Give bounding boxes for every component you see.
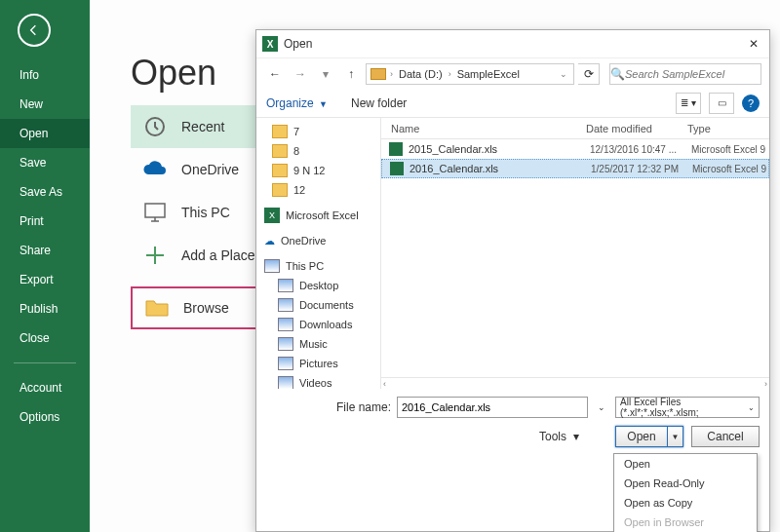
backstage-item-publish[interactable]: Publish	[0, 294, 90, 323]
open-option-label: This PC	[181, 205, 230, 220]
open-option-label: Recent	[181, 119, 224, 134]
back-arrow-icon	[26, 22, 42, 38]
backstage-item-new[interactable]: New	[0, 90, 90, 119]
chevron-right-icon: ›	[388, 69, 395, 79]
backstage-item-save-as[interactable]: Save As	[0, 177, 90, 207]
open-button[interactable]: Open	[615, 426, 668, 447]
browse-icon	[144, 295, 170, 321]
file-row[interactable]: 2015_Calendar.xls12/13/2016 10:47 ...Mic…	[381, 139, 769, 159]
tree-folder[interactable]: 12	[256, 180, 380, 200]
dialog-search-input[interactable]	[625, 68, 760, 80]
dialog-close-button[interactable]: ✕	[744, 37, 763, 51]
breadcrumb-segment[interactable]: Data (D:)	[397, 68, 445, 80]
backstage-item-share[interactable]: Share	[0, 236, 90, 265]
chevron-down-icon: ⌄	[748, 403, 755, 412]
open-menu-item-open-read-only[interactable]: Open Read-Only	[614, 474, 757, 493]
open-option-label: OneDrive	[181, 162, 239, 177]
file-name-label: File name:	[266, 400, 391, 414]
tree-child-documents[interactable]: Documents	[256, 295, 380, 315]
help-button[interactable]: ?	[742, 95, 760, 112]
library-icon	[278, 318, 293, 331]
search-icon: 🔍	[610, 67, 625, 81]
library-icon	[278, 279, 293, 292]
back-button[interactable]	[18, 14, 51, 47]
library-icon	[278, 376, 293, 389]
nav-forward-button[interactable]: →	[290, 63, 311, 85]
add-a-place-icon	[142, 243, 168, 268]
excel-icon: X	[264, 208, 280, 223]
tree-child-desktop[interactable]: Desktop	[256, 276, 380, 295]
dialog-titlebar: X Open ✕	[256, 30, 769, 57]
backstage-sidebar: InfoNewOpenSaveSave AsPrintShareExportPu…	[0, 0, 90, 532]
tree-child-videos[interactable]: Videos	[256, 373, 380, 389]
backstage-item-options[interactable]: Options	[0, 402, 90, 432]
open-menu-item-open-in-browser: Open in Browser	[614, 513, 757, 532]
folder-icon	[272, 125, 288, 138]
dialog-toolbar: Organize ▼ New folder ≣ ▾ ▭ ?	[256, 89, 769, 118]
tree-child-downloads[interactable]: Downloads	[256, 315, 380, 334]
backstage-item-close[interactable]: Close	[0, 323, 90, 353]
excel-file-icon	[389, 142, 403, 156]
file-row[interactable]: 2016_Calendar.xls1/25/2017 12:32 PMMicro…	[381, 159, 769, 178]
tools-menu[interactable]: Tools ▾	[539, 430, 579, 443]
library-icon	[278, 337, 293, 351]
backstage-item-print[interactable]: Print	[0, 207, 90, 236]
refresh-button[interactable]: ⟳	[578, 63, 600, 85]
dialog-title: Open	[284, 37, 744, 51]
svg-rect-1	[145, 204, 165, 217]
excel-file-icon	[390, 162, 404, 175]
column-name[interactable]: Name	[381, 123, 586, 134]
dialog-footer: File name: ⌄ All Excel Files (*.xl*;*.xl…	[256, 389, 769, 455]
tree-child-pictures[interactable]: Pictures	[256, 354, 380, 373]
pc-icon	[264, 259, 280, 273]
nav-back-button[interactable]: ←	[264, 63, 286, 85]
breadcrumb-bar[interactable]: › Data (D:) › SampleExcel ⌄	[366, 63, 574, 85]
column-date[interactable]: Date modified	[586, 123, 687, 134]
tree-folder[interactable]: 9 N 12	[256, 161, 380, 180]
nav-recent-button[interactable]: ▾	[315, 63, 336, 85]
organize-menu[interactable]: Organize ▼	[266, 96, 328, 110]
tree-root-this-pc[interactable]: This PC	[256, 256, 380, 276]
folder-icon	[272, 183, 288, 197]
backstage-item-open[interactable]: Open	[0, 119, 90, 148]
backstage-item-info[interactable]: Info	[0, 60, 90, 90]
backstage-item-export[interactable]: Export	[0, 265, 90, 294]
this-pc-icon	[142, 200, 168, 225]
library-icon	[278, 298, 293, 312]
backstage-item-save[interactable]: Save	[0, 148, 90, 177]
view-mode-button[interactable]: ≣ ▾	[676, 93, 701, 114]
dialog-search-box[interactable]: 🔍	[609, 63, 761, 85]
backstage-item-account[interactable]: Account	[0, 373, 90, 402]
folder-tree[interactable]: 789 N 1212XMicrosoft Excel☁OneDriveThis …	[256, 118, 381, 389]
horizontal-scrollbar[interactable]: ‹›	[381, 377, 769, 389]
file-list-header[interactable]: Name Date modified Type	[381, 118, 769, 139]
open-split-dropdown[interactable]: ▼	[668, 426, 683, 447]
preview-pane-button[interactable]: ▭	[709, 93, 734, 114]
breadcrumb-dropdown-icon[interactable]: ⌄	[558, 69, 569, 79]
file-name-dropdown[interactable]: ⌄	[594, 402, 609, 412]
tree-root-onedrive[interactable]: ☁OneDrive	[256, 231, 380, 250]
open-menu-item-open[interactable]: Open	[614, 454, 757, 474]
column-type[interactable]: Type	[687, 123, 769, 134]
file-type-filter[interactable]: All Excel Files (*.xl*;*.xlsx;*.xlsm;⌄	[615, 397, 760, 418]
file-name-input[interactable]	[397, 397, 588, 418]
tree-root-microsoft-excel[interactable]: XMicrosoft Excel	[256, 206, 380, 225]
tree-child-music[interactable]: Music	[256, 334, 380, 354]
new-folder-button[interactable]: New folder	[351, 96, 407, 110]
file-list: Name Date modified Type 2015_Calendar.xl…	[381, 118, 769, 389]
library-icon	[278, 357, 293, 370]
open-option-label: Add a Place	[181, 247, 255, 263]
excel-app-icon: X	[262, 36, 278, 52]
drive-icon	[370, 68, 386, 80]
cancel-button[interactable]: Cancel	[691, 426, 760, 447]
open-menu-item-open-as-copy[interactable]: Open as Copy	[614, 493, 757, 513]
tree-folder[interactable]: 8	[256, 141, 380, 161]
nav-up-button[interactable]: ↑	[340, 63, 362, 85]
recent-icon	[142, 114, 168, 139]
chevron-down-icon: ▼	[319, 99, 328, 109]
tree-folder[interactable]: 7	[256, 122, 380, 141]
cloud-icon: ☁	[264, 235, 275, 247]
open-split-menu: OpenOpen Read-OnlyOpen as CopyOpen in Br…	[613, 453, 758, 532]
chevron-right-icon: ›	[447, 69, 453, 79]
breadcrumb-segment[interactable]: SampleExcel	[455, 68, 522, 80]
